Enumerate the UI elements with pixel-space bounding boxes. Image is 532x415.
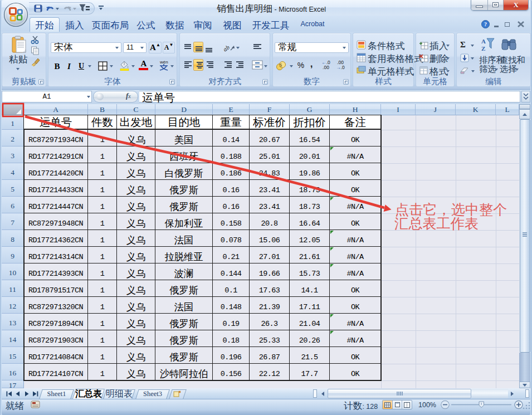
svg-text:wén: wén [159,60,168,65]
svg-text:ab: ab [223,43,231,52]
svg-text:A: A [481,38,486,45]
svg-text:$: $ [280,62,282,68]
svg-text:Z: Z [481,45,485,52]
svg-text:?: ? [484,21,487,27]
